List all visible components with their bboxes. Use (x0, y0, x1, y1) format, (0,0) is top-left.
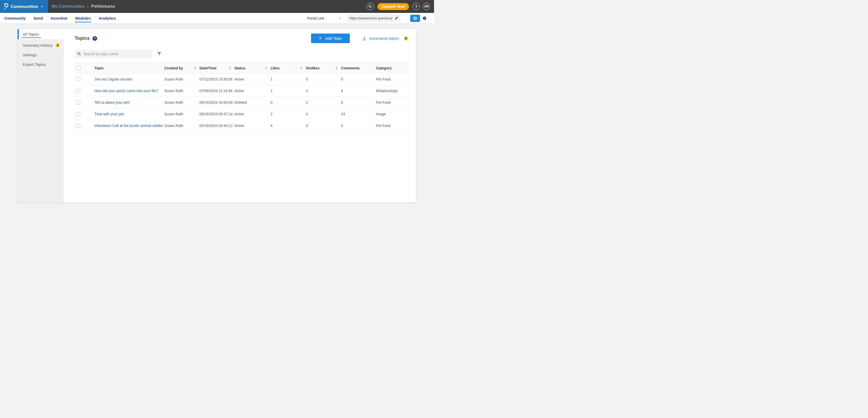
row-checkbox[interactable] (76, 89, 80, 93)
sidebar-item-export-topics[interactable]: Export Topics (18, 60, 64, 69)
upgrade-button[interactable]: Upgrade Now (377, 3, 409, 10)
date-time-cell: 06/19/2023 10:40:00 (199, 100, 234, 104)
user-avatar[interactable]: SR (423, 3, 430, 10)
topics-help-icon[interactable]: ? (92, 36, 97, 41)
nav-tab-incentive[interactable]: Incentive (51, 16, 67, 21)
nav-tab-modules[interactable]: Modules (75, 16, 91, 21)
nav-tab-send[interactable]: Send (34, 16, 43, 21)
comments-cell: 23 (341, 112, 376, 116)
portal-help-icon[interactable]: ? (423, 16, 426, 20)
category-cell: Pet Food (376, 77, 408, 81)
product-switcher[interactable]: Communities ▾ (0, 0, 48, 13)
column-topic: Topic (94, 66, 164, 70)
edit-icon[interactable] (395, 16, 398, 21)
summarize-topics-link[interactable]: Summarize topics (369, 36, 399, 40)
row-checkbox[interactable] (76, 124, 80, 128)
topic-link[interactable]: Volunteers Call at the Austin animal she… (94, 124, 163, 128)
portal-link-select[interactable]: Portal Link ▾ (307, 16, 340, 21)
created-by-cell: Susan Roth (164, 77, 199, 81)
filter-icon[interactable] (157, 52, 161, 56)
sidebar-item-summary-history[interactable]: Summary History (18, 40, 64, 50)
global-search-button[interactable] (367, 3, 374, 10)
content-card: All Topics Summary History Settings (18, 29, 416, 203)
portal-url-field (347, 14, 400, 22)
topic-link[interactable]: How did your pet(s) come into your life? (94, 89, 158, 93)
select-all-checkbox[interactable] (76, 66, 81, 70)
sidebar: All Topics Summary History Settings (18, 29, 64, 203)
global-help-button[interactable]: ? (412, 3, 420, 10)
breadcrumb-separator-icon: › (87, 4, 89, 9)
product-label: Communities (10, 4, 38, 9)
table-row: Time with your pet Susan Roth 05/16/2023… (75, 108, 408, 120)
topic-actions: + Add Topic Summarize topics (311, 34, 408, 43)
top-header: Communities ▾ My Communities › PetVentur… (0, 0, 434, 13)
table-row: How did your pet(s) come into your life?… (75, 85, 408, 97)
nav-tab-analytics[interactable]: Analytics (99, 16, 116, 21)
row-checkbox[interactable] (76, 77, 80, 81)
dislikes-cell: 0 (306, 89, 341, 93)
likes-cell: 4 (271, 124, 306, 128)
table-body: Join our Digsite session Susan Roth 07/1… (75, 74, 408, 132)
status-cell: Active (234, 124, 271, 128)
likes-cell: 2 (271, 112, 306, 116)
question-icon: ? (415, 4, 417, 9)
comments-cell: 5 (341, 124, 376, 128)
date-time-cell: 07/06/2023 11:18:36 (199, 89, 234, 93)
add-topic-button[interactable]: + Add Topic (311, 34, 350, 43)
sort-icon[interactable] (301, 67, 303, 70)
sort-icon[interactable] (229, 67, 231, 70)
column-date-time: Date/Time (199, 66, 217, 70)
topics-table: Topic Created by Date/Time Status Likes … (75, 63, 408, 132)
breadcrumb: My Communities › PetVentures (52, 0, 115, 13)
comments-cell: 0 (341, 77, 376, 81)
column-comments: Comments (341, 66, 360, 70)
search-icon (368, 5, 372, 8)
status-cell: Active (234, 89, 271, 93)
breadcrumb-my-communities[interactable]: My Communities (52, 4, 85, 9)
search-row (75, 49, 408, 58)
sort-icon[interactable] (336, 67, 338, 70)
status-cell: Active (234, 77, 271, 81)
preview-portal-button[interactable] (410, 15, 420, 22)
chevron-down-icon: ▾ (41, 5, 43, 8)
dislikes-cell: 0 (306, 124, 341, 128)
header-actions: Upgrade Now ? SR (367, 0, 430, 13)
beta-flask-icon (404, 36, 408, 40)
category-cell: Pet Food (376, 124, 408, 128)
topic-search (75, 49, 152, 58)
comments-cell: 0 (341, 100, 376, 104)
table-header: Topic Created by Date/Time Status Likes … (75, 63, 408, 74)
app: Communities ▾ My Communities › PetVentur… (0, 0, 434, 209)
created-by-cell: Susan Roth (164, 89, 199, 93)
category-cell: Pet Food (376, 100, 408, 104)
eye-icon (412, 16, 418, 20)
portal-link-bar: Portal Link ▾ ? (307, 13, 426, 24)
title-row: Topics ? + Add Topic (75, 34, 408, 43)
sort-icon[interactable] (194, 67, 196, 70)
topic-link[interactable]: Tell us about your pet! (94, 100, 130, 104)
table-row: Join our Digsite session Susan Roth 07/1… (75, 74, 408, 85)
table-row: Tell us about your pet! Susan Roth 06/19… (75, 97, 408, 108)
topic-link[interactable]: Join our Digsite session (94, 77, 132, 81)
topic-search-input[interactable] (84, 52, 150, 56)
search-icon (77, 52, 81, 56)
sidebar-item-all-topics[interactable]: All Topics (18, 29, 64, 39)
portal-url-input[interactable] (347, 14, 400, 22)
date-time-cell: 05/16/2023 04:40:12 (199, 124, 234, 128)
topic-link[interactable]: Time with your pet (94, 112, 124, 116)
questionpro-logo-icon (3, 3, 8, 10)
nav-tab-community[interactable]: Community (4, 16, 26, 21)
plus-icon: + (318, 35, 322, 41)
category-cell: Relationships (376, 89, 408, 93)
column-likes: Likes (271, 66, 280, 70)
sidebar-item-settings[interactable]: Settings (18, 50, 64, 60)
module-nav-items: Community Send Incentive Modules Analyti… (4, 13, 116, 24)
sort-icon[interactable] (265, 67, 267, 70)
row-checkbox[interactable] (76, 100, 80, 104)
download-icon[interactable] (362, 36, 367, 41)
created-by-cell: Susan Roth (164, 124, 199, 128)
column-status: Status (234, 66, 245, 70)
likes-cell: 1 (271, 89, 306, 93)
row-checkbox[interactable] (76, 112, 80, 116)
created-by-cell: Susan Roth (164, 100, 199, 104)
